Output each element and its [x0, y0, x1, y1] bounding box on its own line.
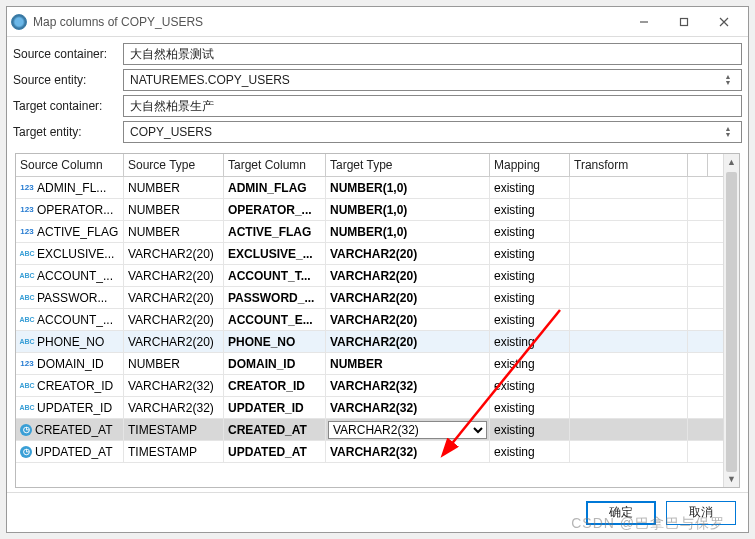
vertical-scrollbar[interactable]: ▲ ▼: [723, 154, 739, 487]
target-column-cell[interactable]: PASSWORD_...: [224, 287, 326, 308]
source-type-cell[interactable]: VARCHAR2(20): [124, 265, 224, 286]
mapping-cell[interactable]: existing: [490, 441, 570, 462]
target-column-cell[interactable]: ACCOUNT_E...: [224, 309, 326, 330]
source-type-cell[interactable]: NUMBER: [124, 221, 224, 242]
target-type-cell[interactable]: NUMBER: [326, 353, 490, 374]
cancel-button[interactable]: 取消: [666, 501, 736, 525]
spinner-icon[interactable]: ▲▼: [721, 74, 735, 86]
target-column-cell[interactable]: OPERATOR_...: [224, 199, 326, 220]
mapping-cell[interactable]: existing: [490, 419, 570, 440]
table-row[interactable]: ABCPHONE_NOVARCHAR2(20)PHONE_NOVARCHAR2(…: [16, 331, 723, 353]
source-column-cell[interactable]: ABCACCOUNT_...: [16, 265, 124, 286]
source-column-cell[interactable]: 123OPERATOR...: [16, 199, 124, 220]
source-column-cell[interactable]: ABCCREATOR_ID: [16, 375, 124, 396]
table-row[interactable]: ABCPASSWOR...VARCHAR2(20)PASSWORD_...VAR…: [16, 287, 723, 309]
mapping-cell[interactable]: existing: [490, 309, 570, 330]
source-column-cell[interactable]: 123ACTIVE_FLAG: [16, 221, 124, 242]
table-row[interactable]: ABCUPDATER_IDVARCHAR2(32)UPDATER_IDVARCH…: [16, 397, 723, 419]
mapping-cell[interactable]: existing: [490, 397, 570, 418]
table-row[interactable]: ABCACCOUNT_...VARCHAR2(20)ACCOUNT_T...VA…: [16, 265, 723, 287]
target-column-cell[interactable]: UPDATER_ID: [224, 397, 326, 418]
transform-cell[interactable]: [570, 419, 688, 440]
source-column-cell[interactable]: ABCACCOUNT_...: [16, 309, 124, 330]
target-type-cell[interactable]: VARCHAR2(20): [326, 265, 490, 286]
col-mapping[interactable]: Mapping: [490, 154, 570, 176]
source-column-cell[interactable]: ◷UPDATED_AT: [16, 441, 124, 462]
target-column-cell[interactable]: UPDATED_AT: [224, 441, 326, 462]
target-column-cell[interactable]: CREATED_AT: [224, 419, 326, 440]
target-type-cell[interactable]: NUMBER(1,0): [326, 177, 490, 198]
source-column-cell[interactable]: ABCPHONE_NO: [16, 331, 124, 352]
maximize-button[interactable]: [664, 8, 704, 36]
table-row[interactable]: 123ACTIVE_FLAGNUMBERACTIVE_FLAGNUMBER(1,…: [16, 221, 723, 243]
transform-cell[interactable]: [570, 309, 688, 330]
source-type-cell[interactable]: TIMESTAMP: [124, 441, 224, 462]
target-column-cell[interactable]: EXCLUSIVE_...: [224, 243, 326, 264]
mapping-cell[interactable]: existing: [490, 199, 570, 220]
transform-cell[interactable]: [570, 221, 688, 242]
target-column-cell[interactable]: ADMIN_FLAG: [224, 177, 326, 198]
source-type-cell[interactable]: VARCHAR2(20): [124, 331, 224, 352]
transform-cell[interactable]: [570, 441, 688, 462]
target-type-select[interactable]: VARCHAR2(32): [328, 421, 487, 439]
mapping-cell[interactable]: existing: [490, 331, 570, 352]
source-type-cell[interactable]: VARCHAR2(20): [124, 309, 224, 330]
source-type-cell[interactable]: VARCHAR2(20): [124, 243, 224, 264]
target-column-cell[interactable]: ACTIVE_FLAG: [224, 221, 326, 242]
table-row[interactable]: ABCEXCLUSIVE...VARCHAR2(20)EXCLUSIVE_...…: [16, 243, 723, 265]
table-row[interactable]: 123DOMAIN_IDNUMBERDOMAIN_IDNUMBERexistin…: [16, 353, 723, 375]
mapping-cell[interactable]: existing: [490, 353, 570, 374]
mapping-cell[interactable]: existing: [490, 243, 570, 264]
source-column-cell[interactable]: ABCPASSWOR...: [16, 287, 124, 308]
transform-cell[interactable]: [570, 177, 688, 198]
col-source-column[interactable]: Source Column: [16, 154, 124, 176]
table-row[interactable]: ◷UPDATED_ATTIMESTAMPUPDATED_ATVARCHAR2(3…: [16, 441, 723, 463]
transform-cell[interactable]: [570, 265, 688, 286]
table-row[interactable]: 123OPERATOR...NUMBEROPERATOR_...NUMBER(1…: [16, 199, 723, 221]
source-container-field[interactable]: 大自然柏景测试: [123, 43, 742, 65]
close-button[interactable]: [704, 8, 744, 36]
transform-cell[interactable]: [570, 331, 688, 352]
target-container-field[interactable]: 大自然柏景生产: [123, 95, 742, 117]
source-type-cell[interactable]: VARCHAR2(20): [124, 287, 224, 308]
target-type-cell[interactable]: VARCHAR2(32): [326, 397, 490, 418]
source-column-cell[interactable]: 123DOMAIN_ID: [16, 353, 124, 374]
mapping-cell[interactable]: existing: [490, 177, 570, 198]
ok-button[interactable]: 确定: [586, 501, 656, 525]
target-column-cell[interactable]: ACCOUNT_T...: [224, 265, 326, 286]
col-source-type[interactable]: Source Type: [124, 154, 224, 176]
scroll-up-icon[interactable]: ▲: [724, 154, 739, 170]
source-type-cell[interactable]: NUMBER: [124, 177, 224, 198]
target-type-cell[interactable]: VARCHAR2(20): [326, 331, 490, 352]
target-column-cell[interactable]: DOMAIN_ID: [224, 353, 326, 374]
target-column-cell[interactable]: PHONE_NO: [224, 331, 326, 352]
scrollbar-thumb[interactable]: [726, 172, 737, 472]
table-row[interactable]: ABCCREATOR_IDVARCHAR2(32)CREATOR_IDVARCH…: [16, 375, 723, 397]
transform-cell[interactable]: [570, 353, 688, 374]
mapping-cell[interactable]: existing: [490, 265, 570, 286]
target-type-cell[interactable]: VARCHAR2(20): [326, 287, 490, 308]
source-column-cell[interactable]: 123ADMIN_FL...: [16, 177, 124, 198]
source-type-cell[interactable]: VARCHAR2(32): [124, 397, 224, 418]
transform-cell[interactable]: [570, 199, 688, 220]
transform-cell[interactable]: [570, 243, 688, 264]
target-type-cell[interactable]: VARCHAR2(32): [326, 375, 490, 396]
col-target-column[interactable]: Target Column: [224, 154, 326, 176]
source-entity-field[interactable]: NATUREMES.COPY_USERS ▲▼: [123, 69, 742, 91]
source-type-cell[interactable]: NUMBER: [124, 353, 224, 374]
table-row[interactable]: ◷CREATED_ATTIMESTAMPCREATED_ATVARCHAR2(3…: [16, 419, 723, 441]
source-type-cell[interactable]: NUMBER: [124, 199, 224, 220]
target-type-cell[interactable]: NUMBER(1,0): [326, 199, 490, 220]
target-entity-field[interactable]: COPY_USERS ▲▼: [123, 121, 742, 143]
target-column-cell[interactable]: CREATOR_ID: [224, 375, 326, 396]
target-type-cell[interactable]: NUMBER(1,0): [326, 221, 490, 242]
source-column-cell[interactable]: ABCEXCLUSIVE...: [16, 243, 124, 264]
source-column-cell[interactable]: ABCUPDATER_ID: [16, 397, 124, 418]
mapping-cell[interactable]: existing: [490, 375, 570, 396]
source-type-cell[interactable]: TIMESTAMP: [124, 419, 224, 440]
scroll-down-icon[interactable]: ▼: [724, 471, 739, 487]
target-type-cell[interactable]: VARCHAR2(20): [326, 309, 490, 330]
source-type-cell[interactable]: VARCHAR2(32): [124, 375, 224, 396]
col-transform[interactable]: Transform: [570, 154, 688, 176]
mapping-cell[interactable]: existing: [490, 287, 570, 308]
